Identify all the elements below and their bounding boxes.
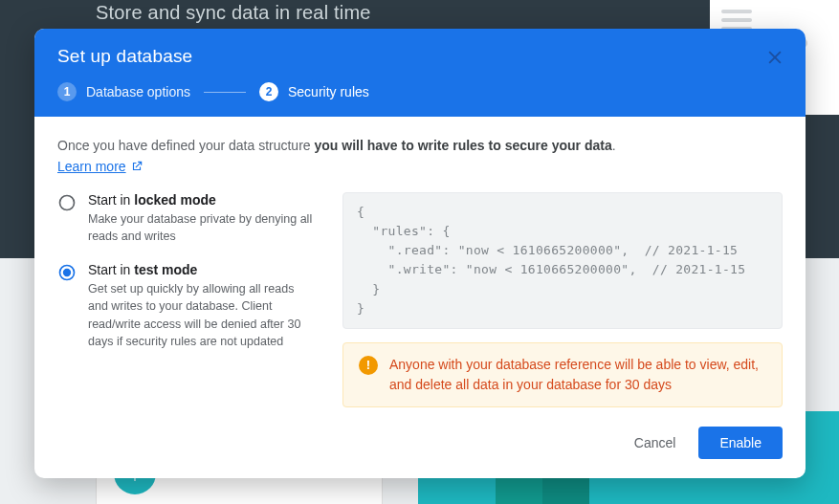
dialog-header: Set up database 1 Database options 2 Sec…	[34, 29, 806, 117]
radio-checked-icon	[57, 263, 77, 282]
svg-point-2	[60, 196, 75, 210]
step-label: Database options	[86, 84, 190, 99]
enable-button[interactable]: Enable	[698, 427, 783, 459]
warning-banner: ! Anyone with your database reference wi…	[342, 342, 783, 407]
option-locked-mode[interactable]: Start in locked mode Make your database …	[57, 192, 316, 245]
stepper: 1 Database options 2 Security rules	[57, 82, 783, 101]
mode-options: Start in locked mode Make your database …	[57, 192, 316, 407]
page-hero-title: Store and sync data in real time	[96, 2, 371, 24]
option-test-mode[interactable]: Start in test mode Get set up quickly by…	[57, 262, 316, 350]
step-security-rules[interactable]: 2 Security rules	[259, 82, 369, 101]
setup-database-dialog: Set up database 1 Database options 2 Sec…	[34, 29, 806, 478]
warning-text: Anyone with your database reference will…	[389, 355, 766, 395]
option-title: Start in locked mode	[88, 192, 316, 208]
option-description: Make your database private by denying al…	[88, 210, 316, 245]
intro-text: Once you have defined your data structur…	[57, 138, 783, 153]
option-description: Get set up quickly by allowing all reads…	[88, 280, 316, 350]
dialog-title: Set up database	[57, 46, 783, 67]
rules-preview-column: { "rules": { ".read": "now < 16106652000…	[342, 192, 783, 407]
option-title: Start in test mode	[88, 262, 316, 277]
close-button[interactable]	[760, 42, 790, 73]
step-connector	[204, 92, 246, 93]
external-link-icon	[130, 160, 144, 173]
warning-icon: !	[359, 356, 378, 375]
dialog-footer: Cancel Enable	[34, 415, 806, 478]
learn-more-link[interactable]: Learn more	[57, 159, 144, 174]
rules-code-preview: { "rules": { ".read": "now < 16106652000…	[342, 192, 783, 329]
step-number: 1	[57, 82, 77, 101]
radio-unchecked-icon	[57, 193, 77, 212]
step-label: Security rules	[288, 84, 369, 99]
dialog-body: Once you have defined your data structur…	[34, 117, 806, 415]
close-icon	[765, 48, 784, 67]
cancel-button[interactable]: Cancel	[630, 427, 680, 458]
step-database-options[interactable]: 1 Database options	[57, 82, 190, 101]
step-number: 2	[259, 82, 278, 101]
svg-point-4	[63, 269, 71, 276]
